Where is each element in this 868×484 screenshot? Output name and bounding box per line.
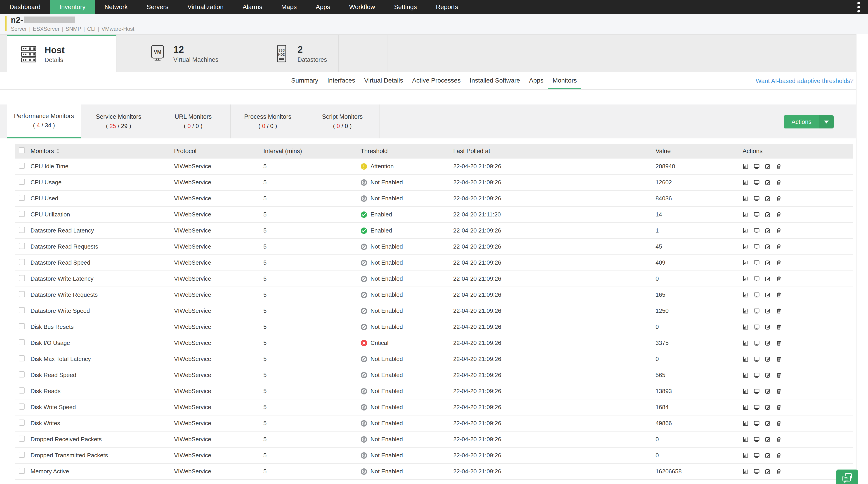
column-last-polled[interactable]: Last Polled at [453,148,655,155]
edit-icon[interactable] [765,244,771,250]
row-checkbox[interactable] [19,371,25,377]
monitor-icon[interactable] [754,324,760,330]
edit-icon[interactable] [765,388,771,394]
nav-item-dashboard[interactable]: Dashboard [0,0,50,14]
delete-icon[interactable] [776,211,782,218]
montab-url-monitors[interactable]: URL Monitors ( 0 / 0 ) [156,104,230,139]
delete-icon[interactable] [776,324,782,330]
edit-icon[interactable] [765,404,771,410]
row-checkbox[interactable] [19,387,25,394]
edit-icon[interactable] [765,340,771,346]
delete-icon[interactable] [776,436,782,443]
chat-button[interactable] [836,470,858,484]
monitor-name[interactable]: Datastore Write Requests [31,291,174,298]
delete-icon[interactable] [776,179,782,185]
tab-active-processes[interactable]: Active Processes [408,72,465,89]
monitor-name[interactable]: Disk Write Speed [31,404,174,411]
monitor-icon[interactable] [754,340,760,346]
edit-icon[interactable] [765,179,771,185]
delete-icon[interactable] [776,260,782,266]
chart-icon[interactable] [743,388,749,394]
monitor-icon[interactable] [754,452,760,458]
column-threshold[interactable]: Threshold [361,148,453,155]
nav-item-servers[interactable]: Servers [137,0,178,14]
row-checkbox[interactable] [19,435,25,442]
chart-icon[interactable] [743,340,749,346]
chart-icon[interactable] [743,452,749,458]
chart-icon[interactable] [743,163,749,170]
select-all-checkbox[interactable] [19,147,25,153]
tab-monitors[interactable]: Monitors [548,72,581,89]
edit-icon[interactable] [765,195,771,202]
row-checkbox[interactable] [19,162,25,169]
delete-icon[interactable] [776,372,782,378]
chart-icon[interactable] [743,372,749,378]
row-checkbox[interactable] [19,195,25,201]
monitor-name[interactable]: Disk Writes [31,420,174,427]
monitor-icon[interactable] [754,228,760,234]
row-checkbox[interactable] [19,323,25,329]
row-checkbox[interactable] [19,259,25,265]
monitor-name[interactable]: Disk Read Speed [31,371,174,379]
card-virtual-machines[interactable]: VM 12Virtual Machines [116,35,227,72]
chart-icon[interactable] [743,228,749,234]
monitor-name[interactable]: Dropped Transmitted Packets [31,452,174,459]
edit-icon[interactable] [765,452,771,458]
nav-item-reports[interactable]: Reports [426,0,467,14]
monitor-icon[interactable] [754,468,760,475]
delete-icon[interactable] [776,388,782,394]
chart-icon[interactable] [743,404,749,410]
monitor-icon[interactable] [754,404,760,410]
column-value[interactable]: Value [655,148,743,155]
edit-icon[interactable] [765,276,771,282]
monitor-icon[interactable] [754,276,760,282]
row-checkbox[interactable] [19,452,25,458]
tab-installed-software[interactable]: Installed Software [465,72,525,89]
column-monitors[interactable]: Monitors [31,148,54,155]
monitor-name[interactable]: Datastore Write Speed [31,307,174,314]
edit-icon[interactable] [765,436,771,443]
nav-item-maps[interactable]: Maps [272,0,306,14]
edit-icon[interactable] [765,324,771,330]
card-host[interactable]: HostDetails [7,35,116,72]
monitor-icon[interactable] [754,260,760,266]
monitor-name[interactable]: Datastore Write Latency [31,275,174,282]
chart-icon[interactable] [743,436,749,443]
row-checkbox[interactable] [19,307,25,313]
column-protocol[interactable]: Protocol [174,148,264,155]
chart-icon[interactable] [743,324,749,330]
monitor-icon[interactable] [754,420,760,426]
monitor-name[interactable]: Disk Max Total Latency [31,356,174,363]
scrollbar-track[interactable] [856,34,868,484]
monitor-icon[interactable] [754,308,760,314]
delete-icon[interactable] [776,163,782,170]
edit-icon[interactable] [765,260,771,266]
tab-virtual-details[interactable]: Virtual Details [360,72,408,89]
edit-icon[interactable] [765,292,771,298]
monitor-name[interactable]: Disk Bus Resets [31,324,174,330]
edit-icon[interactable] [765,228,771,234]
delete-icon[interactable] [776,292,782,298]
card-datastores[interactable]: SSD HDD 2Datastores [227,35,339,72]
monitor-icon[interactable] [754,436,760,443]
actions-dropdown-button[interactable] [819,115,834,128]
edit-icon[interactable] [765,211,771,218]
row-checkbox[interactable] [19,468,25,474]
monitor-name[interactable]: Datastore Read Speed [31,259,174,266]
kebab-menu-icon[interactable] [854,0,863,14]
monitor-icon[interactable] [754,211,760,218]
edit-icon[interactable] [765,308,771,314]
monitor-name[interactable]: CPU Usage [31,179,174,186]
monitor-name[interactable]: Datastore Read Requests [31,243,174,250]
delete-icon[interactable] [776,276,782,282]
edit-icon[interactable] [765,163,771,170]
tab-interfaces[interactable]: Interfaces [323,72,360,89]
row-checkbox[interactable] [19,355,25,361]
delete-icon[interactable] [776,228,782,234]
delete-icon[interactable] [776,340,782,346]
sort-icon[interactable] [56,148,59,154]
nav-item-virtualization[interactable]: Virtualization [178,0,233,14]
chart-icon[interactable] [743,420,749,426]
chart-icon[interactable] [743,276,749,282]
monitor-icon[interactable] [754,163,760,170]
